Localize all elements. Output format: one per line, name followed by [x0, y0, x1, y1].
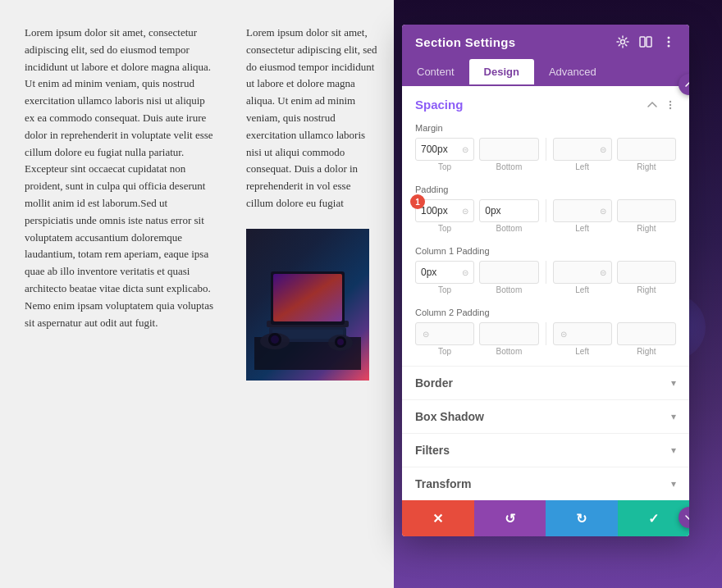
- col2-bottom-field: [479, 322, 538, 345]
- tab-advanced[interactable]: Advanced: [534, 59, 611, 84]
- padding-top-value: 100px: [421, 205, 460, 217]
- svg-point-10: [271, 335, 279, 344]
- margin-right-input[interactable]: [617, 138, 676, 161]
- margin-bottom-field: [479, 138, 538, 161]
- spacing-title: Spacing: [415, 98, 463, 112]
- margin-top-input[interactable]: 700px ⊝: [415, 138, 474, 161]
- col2-fields-row: ⊝ ⊝: [415, 322, 676, 345]
- col1-top-input[interactable]: 0px ⊝: [415, 261, 474, 284]
- col2-left-field: ⊝: [553, 322, 612, 345]
- col1-bottom-input[interactable]: [479, 261, 538, 284]
- padding-bottom-value: 0px: [485, 205, 532, 217]
- padding-right-label: Right: [617, 224, 676, 233]
- padding-right-field: [617, 199, 676, 222]
- padding-left-input[interactable]: ⊝: [553, 199, 612, 222]
- svg-rect-15: [640, 37, 645, 47]
- margin-top-label: Top: [415, 162, 474, 171]
- margin-left-label: Left: [553, 162, 612, 171]
- col2-bottom-input[interactable]: [479, 322, 538, 345]
- text-col1-content: Lorem ipsum dolor sit amet, consectetur …: [25, 25, 213, 331]
- transform-section[interactable]: Transform ▾: [402, 467, 689, 500]
- text-column-1: Lorem ipsum dolor sit amet, consectetur …: [0, 0, 230, 588]
- padding-fields-row: 1 100px ⊝ 0px: [415, 199, 676, 222]
- save-icon: ✓: [648, 511, 659, 526]
- col2-top-input[interactable]: ⊝: [415, 322, 474, 345]
- redo-icon: ↻: [576, 511, 587, 526]
- svg-point-22: [669, 107, 671, 108]
- padding-bottom-input[interactable]: 0px: [479, 199, 538, 222]
- col1-right-input[interactable]: [617, 261, 676, 284]
- spacing-more-icon[interactable]: [665, 99, 676, 111]
- padding-label: Padding: [415, 185, 676, 194]
- header-icons: [615, 34, 676, 49]
- filters-title: Filters: [415, 444, 450, 457]
- panel-tabs: Content Design Advanced: [402, 59, 689, 86]
- svg-point-13: [337, 339, 344, 345]
- margin-fields-row: 700px ⊝: [415, 138, 676, 161]
- margin-group: Margin 700px ⊝: [402, 120, 689, 181]
- col1-bottom-label: Bottom: [479, 285, 538, 294]
- text-column-2: Lorem ipsum dolor sit amet, consectetur …: [230, 0, 394, 588]
- padding-group: Padding 1 100px ⊝ 0px: [402, 181, 689, 243]
- tab-content[interactable]: Content: [402, 59, 469, 84]
- filters-section[interactable]: Filters ▾: [402, 433, 689, 467]
- col1-right-field: [617, 261, 676, 284]
- settings-icon[interactable]: [615, 34, 630, 49]
- svg-rect-5: [273, 274, 342, 321]
- redo-button[interactable]: ↻: [546, 500, 618, 536]
- padding-bottom-label: Bottom: [479, 224, 538, 233]
- margin-bottom-input[interactable]: [479, 138, 538, 161]
- padding-left-field: ⊝: [553, 199, 612, 222]
- columns-icon[interactable]: [638, 34, 653, 49]
- padding-left-label: Left: [553, 224, 612, 233]
- margin-right-label: Right: [617, 162, 676, 171]
- col1-left-field: ⊝: [553, 261, 612, 284]
- box-shadow-title: Box Shadow: [415, 410, 484, 423]
- svg-point-21: [669, 103, 671, 105]
- svg-point-18: [668, 41, 670, 43]
- svg-point-17: [668, 37, 670, 39]
- padding-badge: 1: [410, 194, 425, 209]
- cancel-button[interactable]: ✕: [402, 500, 474, 536]
- svg-point-14: [621, 40, 625, 44]
- panel-title: Section Settings: [415, 35, 515, 49]
- spacing-header-icons: [647, 99, 676, 111]
- text-col2-content: Lorem ipsum dolor sit amet, consectetur …: [246, 25, 377, 212]
- col1-padding-group: Column 1 Padding 0px ⊝: [402, 243, 689, 304]
- border-section[interactable]: Border ▾: [402, 366, 689, 399]
- padding-bottom-field: 0px: [479, 199, 538, 222]
- margin-top-value: 700px: [421, 144, 460, 155]
- box-shadow-section[interactable]: Box Shadow ▾: [402, 399, 689, 433]
- col2-right-field: [617, 322, 676, 345]
- tab-design[interactable]: Design: [469, 59, 534, 84]
- col2-right-input[interactable]: [617, 322, 676, 345]
- margin-left-field: ⊝: [553, 138, 612, 161]
- col1-bottom-field: [479, 261, 538, 284]
- panel-bottom-bar: ✕ ↺ ↻ ✓: [402, 500, 689, 536]
- margin-bottom-label: Bottom: [479, 162, 538, 171]
- col2-padding-label: Column 2 Padding: [415, 308, 676, 317]
- col1-right-label: Right: [617, 285, 676, 294]
- padding-right-input[interactable]: [617, 199, 676, 222]
- filters-chevron: ▾: [671, 444, 676, 456]
- collapse-icon[interactable]: [647, 99, 658, 111]
- transform-chevron: ▾: [671, 478, 676, 490]
- col1-top-label: Top: [415, 285, 474, 294]
- box-shadow-chevron: ▾: [671, 411, 676, 422]
- undo-button[interactable]: ↺: [474, 500, 546, 536]
- link-icon: ⊝: [462, 145, 468, 154]
- undo-icon: ↺: [505, 511, 515, 526]
- svg-point-19: [668, 45, 670, 48]
- margin-left-input[interactable]: ⊝: [553, 138, 612, 161]
- padding-top-label: Top: [415, 224, 474, 233]
- margin-right-field: [617, 138, 676, 161]
- col1-left-label: Left: [553, 285, 612, 294]
- col2-left-input[interactable]: ⊝: [553, 322, 612, 345]
- col2-labels-row: Top Bottom Left Right: [415, 347, 676, 356]
- col1-top-value: 0px: [421, 267, 460, 278]
- col1-left-input[interactable]: ⊝: [553, 261, 612, 284]
- col1-padding-label: Column 1 Padding: [415, 246, 676, 256]
- border-chevron: ▾: [671, 377, 676, 389]
- laptop-image: [254, 239, 361, 370]
- more-options-icon[interactable]: [661, 34, 676, 49]
